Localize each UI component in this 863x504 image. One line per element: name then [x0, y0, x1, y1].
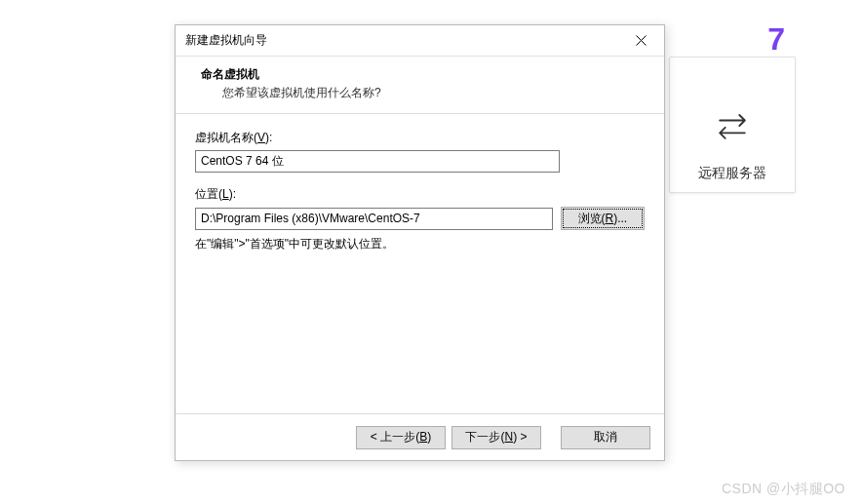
location-input[interactable]	[195, 208, 553, 230]
remote-server-card[interactable]: 远程服务器	[669, 57, 796, 193]
browse-button[interactable]: 浏览(R)...	[561, 207, 645, 230]
location-hint: 在"编辑">"首选项"中可更改默认位置。	[195, 236, 645, 252]
location-group: 位置(L): 浏览(R)... 在"编辑">"首选项"中可更改默认位置。	[195, 186, 645, 252]
header-heading: 命名虚拟机	[201, 66, 647, 83]
titlebar: 新建虚拟机向导	[176, 25, 664, 57]
next-button[interactable]: 下一步(N) >	[451, 426, 541, 449]
header-sub: 您希望该虚拟机使用什么名称?	[222, 85, 647, 101]
vm-name-label: 虚拟机名称(V):	[195, 130, 645, 146]
dialog-header: 命名虚拟机 您希望该虚拟机使用什么名称?	[176, 57, 664, 114]
dialog-footer: < 上一步(B) 下一步(N) > 取消	[176, 413, 664, 460]
dialog-title: 新建虚拟机向导	[185, 32, 267, 49]
new-vm-wizard-dialog: 新建虚拟机向导 命名虚拟机 您希望该虚拟机使用什么名称? 虚拟机名称(V): 位…	[175, 24, 665, 461]
cancel-button[interactable]: 取消	[561, 426, 650, 449]
vm-name-group: 虚拟机名称(V):	[195, 130, 645, 173]
location-label: 位置(L):	[195, 186, 645, 203]
background-number: 7	[767, 21, 785, 58]
dialog-content: 虚拟机名称(V): 位置(L): 浏览(R)... 在"编辑">"首选项"中可更…	[176, 114, 664, 413]
close-icon	[636, 35, 647, 46]
remote-server-label: 远程服务器	[698, 165, 766, 182]
watermark: CSDN @小抖腿OO	[722, 481, 845, 498]
vm-name-input[interactable]	[195, 150, 560, 173]
close-button[interactable]	[621, 27, 660, 55]
back-button[interactable]: < 上一步(B)	[356, 426, 446, 449]
swap-icon	[711, 104, 754, 147]
